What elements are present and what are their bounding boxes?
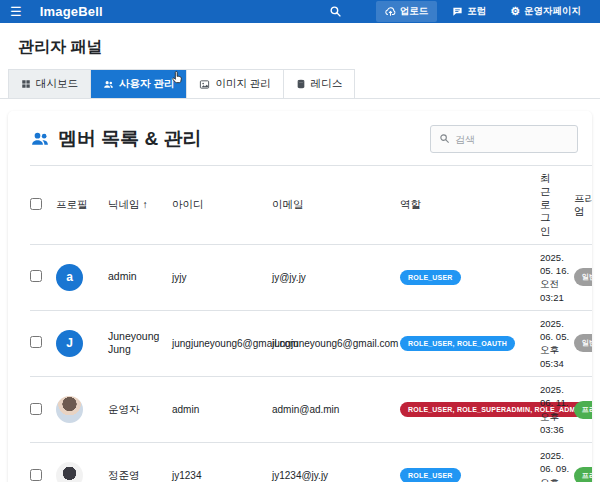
select-all-checkbox[interactable]	[30, 198, 42, 210]
tab-image-management[interactable]: 이미지 관리	[187, 70, 283, 98]
tab-redis-label: 레디스	[311, 77, 343, 91]
search-icon[interactable]	[329, 5, 342, 18]
header-premium: 프리미엄	[574, 192, 592, 218]
members-card-title: 멤버 목록 & 관리	[30, 126, 202, 152]
page-title: 관리자 패널	[18, 37, 600, 58]
member-nickname: 정준영	[108, 443, 172, 482]
member-row[interactable]: 정준영 jy1234 jy1234@jy.jy ROLE_USER 2025. …	[30, 443, 592, 482]
premium-badge: 일반	[574, 268, 592, 286]
premium-badge: 프리미엄	[574, 467, 592, 482]
nav-upload-label: 업로드	[400, 5, 429, 18]
grid-icon	[21, 79, 31, 89]
member-row[interactable]: 운영자 admin admin@ad.min ROLE_USER, ROLE_S…	[30, 377, 592, 443]
members-table: 프로필 닉네임 ↑ 아이디 이메일 역할 최근로그인 프리미엄 a admin …	[30, 165, 592, 482]
member-email: jungjuneyoung6@gmail.com	[272, 310, 400, 376]
nav-adminpage-button[interactable]: ⚙ 운영자페이지	[501, 1, 590, 22]
people-icon	[103, 79, 114, 90]
hamburger-menu-icon[interactable]: ☰	[10, 5, 22, 18]
tab-user-management-label: 사용자 관리	[119, 77, 174, 91]
row-checkbox[interactable]	[30, 403, 42, 415]
header-profile: 프로필	[56, 166, 108, 245]
header-nickname-label: 닉네임	[108, 198, 140, 210]
tab-strip: 대시보드 사용자 관리 이미지 관리 레디스	[0, 69, 600, 99]
header-nickname-sort[interactable]: 닉네임 ↑	[108, 166, 172, 245]
table-header-row: 프로필 닉네임 ↑ 아이디 이메일 역할 최근로그인 프리미엄	[30, 166, 592, 245]
forum-icon	[452, 6, 463, 17]
member-nickname: admin	[108, 244, 172, 310]
last-login: 2025. 06. 05. 오후 05:34	[540, 310, 574, 376]
header-id: 아이디	[172, 166, 272, 245]
tab-dashboard[interactable]: 대시보드	[9, 70, 91, 98]
header-role: 역할	[400, 166, 540, 245]
role-badge: ROLE_USER	[400, 270, 461, 285]
header-last-login: 최근로그인	[540, 172, 552, 238]
premium-badge: 일반	[574, 334, 592, 352]
member-id: jungjuneyoung6@gmail.com	[172, 310, 272, 376]
row-checkbox[interactable]	[30, 270, 42, 282]
member-nickname: 운영자	[108, 377, 172, 443]
premium-badge: 프리미엄	[574, 401, 592, 419]
header-email: 이메일	[272, 166, 400, 245]
nav-forum-label: 포럼	[467, 5, 486, 18]
brand-logo: ImageBell	[40, 4, 103, 19]
member-row[interactable]: a admin jyjy jy@jy.jy ROLE_USER 2025. 05…	[30, 244, 592, 310]
tab-image-management-label: 이미지 관리	[215, 77, 270, 91]
role-badge: ROLE_USER, ROLE_OAUTH	[400, 336, 515, 351]
search-icon	[439, 130, 450, 148]
member-id: jyjy	[172, 244, 272, 310]
nav-adminpage-label: 운영자페이지	[524, 5, 581, 18]
member-search-input[interactable]	[455, 134, 569, 145]
row-checkbox[interactable]	[30, 336, 42, 348]
member-row[interactable]: J Juneyoung Jung jungjuneyoung6@gmail.co…	[30, 310, 592, 376]
page-head: 관리자 패널	[0, 23, 600, 58]
nav-forum-button[interactable]: 포럼	[443, 1, 495, 22]
last-login: 2025. 06. 09. 오후 01:30	[540, 443, 574, 482]
member-id: admin	[172, 377, 272, 443]
avatar: J	[56, 330, 83, 357]
member-email: jy1234@jy.jy	[272, 443, 400, 482]
image-icon	[199, 79, 210, 90]
upload-icon	[385, 6, 396, 17]
tab-redis[interactable]: 레디스	[284, 70, 355, 98]
members-title-text: 멤버 목록 & 관리	[58, 126, 202, 152]
avatar-photo	[56, 396, 83, 423]
tab-user-management[interactable]: 사용자 관리	[91, 70, 187, 98]
row-checkbox[interactable]	[30, 469, 42, 481]
gear-icon: ⚙	[510, 6, 520, 17]
sort-up-icon: ↑	[142, 198, 147, 210]
avatar: a	[56, 264, 83, 291]
members-icon	[30, 129, 50, 149]
last-login: 2025. 05. 16. 오전 03:21	[540, 244, 574, 310]
member-email: jy@jy.jy	[272, 244, 400, 310]
role-badge: ROLE_USER	[400, 468, 461, 482]
member-id: jy1234	[172, 443, 272, 482]
tab-dashboard-label: 대시보드	[36, 77, 78, 91]
member-nickname: Juneyoung Jung	[108, 310, 172, 376]
member-search-box[interactable]	[430, 125, 578, 153]
member-email: admin@ad.min	[272, 377, 400, 443]
nav-upload-button[interactable]: 업로드	[376, 1, 438, 22]
top-navbar: ☰ ImageBell 업로드 포럼 ⚙ 운영자페이지	[0, 0, 600, 23]
database-icon	[296, 79, 306, 89]
members-card: 멤버 목록 & 관리 프로필 닉네임 ↑ 아이디 이메일 역할	[8, 111, 592, 482]
avatar-photo	[56, 462, 83, 482]
